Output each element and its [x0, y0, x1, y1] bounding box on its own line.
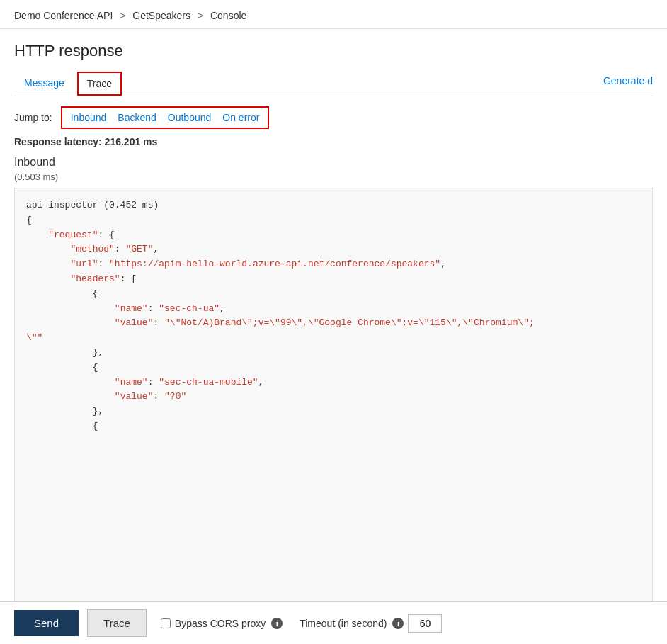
- breadcrumb-bar: Demo Conference API > GetSpeakers > Cons…: [0, 0, 667, 29]
- code-content: api-inspector (0.452 ms) { "request": { …: [26, 198, 641, 434]
- jump-links-box: Inbound Backend Outbound On error: [61, 106, 270, 129]
- breadcrumb-sep-1: >: [120, 10, 128, 21]
- main-content: HTTP response Message Trace Generate d J…: [0, 29, 667, 601]
- page-title: HTTP response: [14, 42, 653, 60]
- trace-button[interactable]: Trace: [87, 609, 147, 637]
- bypass-cors-info-icon[interactable]: i: [271, 618, 283, 629]
- breadcrumb-item-method[interactable]: GetSpeakers: [132, 10, 190, 21]
- send-button[interactable]: Send: [14, 610, 79, 636]
- response-latency: Response latency: 216.201 ms: [14, 136, 653, 147]
- bottom-bar: Send Trace Bypass CORS proxy i Timeout (…: [0, 601, 667, 644]
- jump-to-label: Jump to:: [14, 112, 52, 123]
- jump-link-backend[interactable]: Backend: [118, 112, 156, 123]
- tab-trace[interactable]: Trace: [77, 72, 122, 96]
- code-block[interactable]: api-inspector (0.452 ms) { "request": { …: [14, 188, 653, 601]
- breadcrumb-sep-2: >: [198, 10, 206, 21]
- breadcrumb-item-api[interactable]: Demo Conference API: [14, 10, 113, 21]
- bypass-cors-checkbox[interactable]: [161, 618, 171, 628]
- jump-link-inbound[interactable]: Inbound: [71, 112, 107, 123]
- jump-to-row: Jump to: Inbound Backend Outbound On err…: [14, 96, 653, 136]
- generate-link[interactable]: Generate d: [603, 75, 653, 92]
- tabs-row: Message Trace Generate d: [14, 72, 653, 96]
- timeout-info-icon[interactable]: i: [392, 618, 404, 629]
- tabs-left: Message Trace: [14, 72, 125, 96]
- tab-message[interactable]: Message: [14, 72, 74, 96]
- jump-link-outbound[interactable]: Outbound: [168, 112, 212, 123]
- jump-link-onerror[interactable]: On error: [222, 112, 259, 123]
- bypass-cors-label: Bypass CORS proxy: [175, 618, 266, 629]
- timeout-label: Timeout (in second): [300, 618, 387, 629]
- inbound-title: Inbound: [14, 156, 653, 169]
- inbound-timing: (0.503 ms): [14, 171, 653, 182]
- timeout-input[interactable]: [408, 614, 442, 633]
- bypass-cors-section: Bypass CORS proxy i: [161, 618, 283, 629]
- timeout-section: Timeout (in second) i: [300, 614, 442, 633]
- breadcrumb: Demo Conference API > GetSpeakers > Cons…: [14, 10, 653, 21]
- breadcrumb-item-console[interactable]: Console: [210, 10, 246, 21]
